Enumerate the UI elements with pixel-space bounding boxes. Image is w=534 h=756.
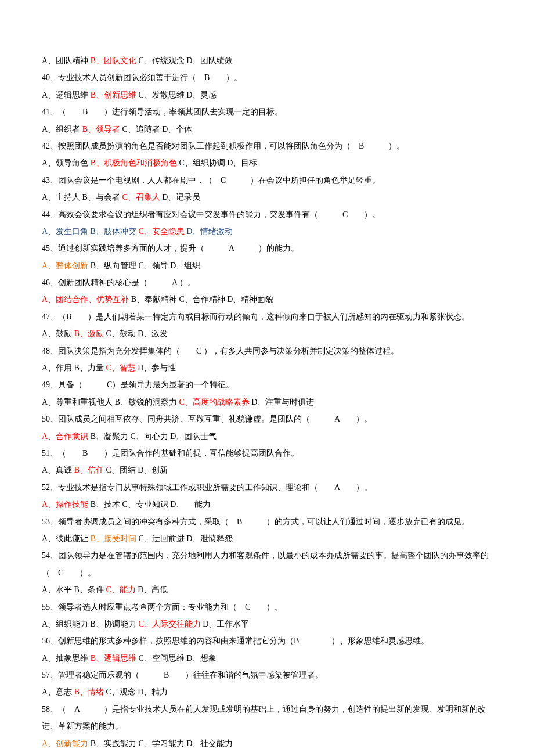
text-span: D、注重与时俱进 bbox=[251, 398, 314, 406]
text-line: 45、通过创新实践培养多方面的人才，提升（ A ）的能力。 bbox=[42, 240, 492, 257]
text-line: 48、团队决策是指为充分发挥集体的（ C ），有多人共同参与决策分析并制定决策的… bbox=[42, 343, 492, 359]
text-span: 55、领导者选人时应重点考查两个方面：专业能力和（ C ）。 bbox=[42, 603, 283, 611]
text-line: 58、（ A ）是指专业技术人员在前人发现或发明的基础上，通过自身的努力，创造性… bbox=[42, 701, 492, 735]
text-span: 45、通过创新实践培养多方面的人才，提升（ A ）的能力。 bbox=[42, 244, 299, 253]
text-line: A、团队精神 B、团队文化 C、传统观念 D、团队绩效 bbox=[42, 52, 492, 69]
text-line: 50、团队成员之间相互依存、同舟共济、互敬互重、礼貌谦虚。是团队的（ A ）。 bbox=[42, 411, 492, 427]
text-span: A、尊重和重视他人 B、敏锐的洞察力 bbox=[42, 398, 179, 406]
text-line: 56、创新思维的形式多种多样，按照思维的内容和由来通常把它分为（B ）、形象思维… bbox=[42, 632, 492, 649]
text-span: D、高低 bbox=[138, 585, 168, 594]
text-span: C、追随者 D、个体 bbox=[122, 125, 192, 134]
text-line: A、整体创新 B、纵向管理 C、领导 D、组织 bbox=[42, 257, 492, 274]
text-line: A、主持人 B、与会者 C、召集人 D、记录员 bbox=[42, 189, 492, 206]
text-span: B、激励 bbox=[74, 329, 106, 338]
text-line: A、发生口角 B、肢体冲突 C、安全隐患 D、情绪激动 bbox=[42, 223, 492, 240]
text-span: A、真诚 bbox=[42, 466, 74, 474]
text-line: A、领导角色 B、积极角色和消极角色 C、组织协调 D、目标 bbox=[42, 154, 492, 171]
text-span: A、组织能力 B、协调能力 bbox=[42, 620, 138, 628]
text-span: A、彼此谦让 bbox=[42, 534, 91, 543]
text-line: 41、（ B ）进行领导活动，率领其团队去实现一定的目标。 bbox=[42, 103, 492, 120]
text-span: 52、专业技术是指专门从事特殊领域工作或职业所需要的工作知识、理论和（ A ）。 bbox=[42, 483, 372, 492]
text-span: C、智慧 bbox=[106, 363, 138, 372]
text-line: 55、领导者选人时应重点考查两个方面：专业能力和（ C ）。 bbox=[42, 599, 492, 615]
text-span: A、主持人 B、与会者 bbox=[42, 193, 122, 201]
text-span: C、能力 bbox=[106, 585, 138, 594]
text-span: C、空间思维 D、想象 bbox=[138, 654, 217, 663]
text-span: 53、领导者协调成员之间的冲突有多种方式，采取（ B ）的方式，可以让人们通过时… bbox=[42, 517, 470, 526]
text-span: 56、创新思维的形式多种多样，按照思维的内容和由来通常把它分为（B ）、形象思维… bbox=[42, 636, 429, 645]
text-span: A、团队精神 bbox=[42, 56, 91, 65]
text-span: B、逻辑思维 bbox=[91, 654, 139, 663]
text-span: B、实践能力 C、学习能力 D、社交能力 bbox=[91, 739, 233, 748]
text-span: 47、（B ）是人们朝着某一特定方向或目标而行动的倾向，这种倾向来自于被人们所感… bbox=[42, 312, 470, 321]
text-line: A、彼此谦让 B、接受时间 C、迂回前进 D、泄愤释怨 bbox=[42, 530, 492, 547]
text-span: D、参与性 bbox=[138, 363, 176, 372]
text-line: 52、专业技术是指专门从事特殊领域工作或职业所需要的工作知识、理论和（ A ）。 bbox=[42, 479, 492, 496]
text-span: B、团队文化 bbox=[91, 56, 139, 65]
text-span: D、记录员 bbox=[162, 193, 200, 201]
text-span: 44、高效会议要求会议的组织者有应对会议中突发事件的能力，突发事件有（ C ）。 bbox=[42, 210, 380, 219]
text-line: 40、专业技术人员创新团队必须善于进行（ B ）。 bbox=[42, 69, 492, 86]
text-span: 51、（ B ）是团队合作的基础和前提，互信能够提高团队合作。 bbox=[42, 449, 299, 458]
text-line: A、逻辑思维 B、创新思维 C、发散思维 D、灵感 bbox=[42, 87, 492, 103]
text-span: C、团结 D、创新 bbox=[106, 466, 168, 474]
text-line: 57、管理者稳定而乐观的（ B ）往往在和谐的气氛中感染被管理者。 bbox=[42, 667, 492, 683]
text-span: C、召集人 bbox=[122, 193, 162, 201]
text-line: 53、领导者协调成员之间的冲突有多种方式，采取（ B ）的方式，可以让人们通过时… bbox=[42, 513, 492, 530]
text-span: A、鼓励 bbox=[42, 329, 74, 338]
text-line: A、尊重和重视他人 B、敏锐的洞察力 C、高度的战略素养 D、注重与时俱进 bbox=[42, 394, 492, 411]
text-line: 46、创新团队精神的核心是（ A ）。 bbox=[42, 274, 492, 291]
text-span: B、领导者 bbox=[82, 125, 122, 134]
text-span: A、抽象思维 bbox=[42, 654, 91, 663]
text-line: A、合作意识 B、凝聚力 C、向心力 D、团队士气 bbox=[42, 428, 492, 445]
text-span: C、迂回前进 D、泄愤释怨 bbox=[138, 534, 233, 543]
text-line: 49、具备（ C）是领导力最为显著的一个特征。 bbox=[42, 376, 492, 393]
text-span: 41、（ B ）进行领导活动，率领其团队去实现一定的目标。 bbox=[42, 107, 283, 116]
text-span: A、整体创新 bbox=[42, 261, 91, 270]
text-line: A、真诚 B、信任 C、团结 D、创新 bbox=[42, 462, 492, 478]
text-span: 43、团队会议是一个电视剧，人人都在剧中，（ C ）在会议中所担任的角色举足轻重… bbox=[42, 176, 380, 185]
text-line: 43、团队会议是一个电视剧，人人都在剧中，（ C ）在会议中所担任的角色举足轻重… bbox=[42, 172, 492, 189]
text-span: B、技术 C、专业知识 D、 能力 bbox=[91, 500, 211, 509]
text-span: 58、（ A ）是指专业技术人员在前人发现或发明的基础上，通过自身的努力，创造性… bbox=[42, 705, 486, 730]
text-line: A、鼓励 B、激励 C、鼓动 D、激发 bbox=[42, 325, 492, 342]
text-line: A、组织能力 B、协调能力 C、人际交往能力 D、工作水平 bbox=[42, 615, 492, 632]
text-span: C、组织协调 D、目标 bbox=[179, 159, 257, 167]
text-span: B、凝聚力 C、向心力 D、团队士气 bbox=[91, 432, 217, 441]
text-span: C、传统观念 D、团队绩效 bbox=[138, 56, 233, 65]
text-line: A、意志 B、情绪 C、观念 D、精力 bbox=[42, 683, 492, 700]
text-span: 40、专业技术人员创新团队必须善于进行（ B ）。 bbox=[42, 73, 242, 82]
text-line: A、水平 B、条件 C、能力 D、高低 bbox=[42, 581, 492, 598]
text-line: A、作用 B、力量 C、智慧 D、参与性 bbox=[42, 359, 492, 376]
text-line: A、抽象思维 B、逻辑思维 C、空间思维 D、想象 bbox=[42, 650, 492, 667]
text-span: B、接受时间 bbox=[91, 534, 139, 543]
text-span: A、意志 bbox=[42, 687, 74, 696]
text-line: 47、（B ）是人们朝着某一特定方向或目标而行动的倾向，这种倾向来自于被人们所感… bbox=[42, 308, 492, 325]
text-span: A、组织者 bbox=[42, 125, 82, 134]
text-span: C、高度的战略素养 bbox=[179, 398, 251, 406]
text-span: A、领导角色 bbox=[42, 159, 91, 167]
text-span: A、发生口角 B、肢体冲突 bbox=[42, 227, 138, 236]
document-body: A、团队精神 B、团队文化 C、传统观念 D、团队绩效40、专业技术人员创新团队… bbox=[42, 52, 492, 752]
text-span: A、团结合作、优势互补 bbox=[42, 295, 131, 304]
text-line: 54、团队领导力是在管辖的范围内，充分地利用人力和客观条件，以最小的成本办成所需… bbox=[42, 547, 492, 581]
text-span: 57、管理者稳定而乐观的（ B ）往往在和谐的气氛中感染被管理者。 bbox=[42, 671, 323, 679]
text-span: B、积极角色和消极角色 bbox=[91, 159, 179, 167]
text-line: 44、高效会议要求会议的组织者有应对会议中突发事件的能力，突发事件有（ C ）。 bbox=[42, 206, 492, 223]
text-line: 42、按照团队成员扮演的角色是否能对团队工作起到积极作用，可以将团队角色分为（ … bbox=[42, 138, 492, 154]
text-span: A、水平 B、条件 bbox=[42, 585, 106, 594]
text-span: 48、团队决策是指为充分发挥集体的（ C ），有多人共同参与决策分析并制定决策的… bbox=[42, 347, 399, 355]
text-span: B、纵向管理 C、领导 D、组织 bbox=[91, 261, 201, 270]
text-line: A、创新能力 B、实践能力 C、学习能力 D、社交能力 bbox=[42, 735, 492, 752]
text-span: C、人际交往能力 bbox=[138, 620, 203, 628]
text-span: 50、团队成员之间相互依存、同舟共济、互敬互重、礼貌谦虚。是团队的（ A ）。 bbox=[42, 415, 372, 423]
text-span: 49、具备（ C）是领导力最为显著的一个特征。 bbox=[42, 380, 234, 389]
text-span: B、奉献精神 C、合作精神 D、精神面貌 bbox=[131, 295, 274, 304]
text-line: A、团结合作、优势互补 B、奉献精神 C、合作精神 D、精神面貌 bbox=[42, 291, 492, 308]
text-span: 46、创新团队精神的核心是（ A ）。 bbox=[42, 278, 196, 287]
text-span: 54、团队领导力是在管辖的范围内，充分地利用人力和客观条件，以最小的成本办成所需… bbox=[42, 551, 489, 577]
text-span: A、操作技能 bbox=[42, 500, 91, 509]
text-span: B、信任 bbox=[74, 466, 106, 474]
text-line: 51、（ B ）是团队合作的基础和前提，互信能够提高团队合作。 bbox=[42, 445, 492, 462]
text-span: B、创新思维 bbox=[91, 91, 139, 99]
